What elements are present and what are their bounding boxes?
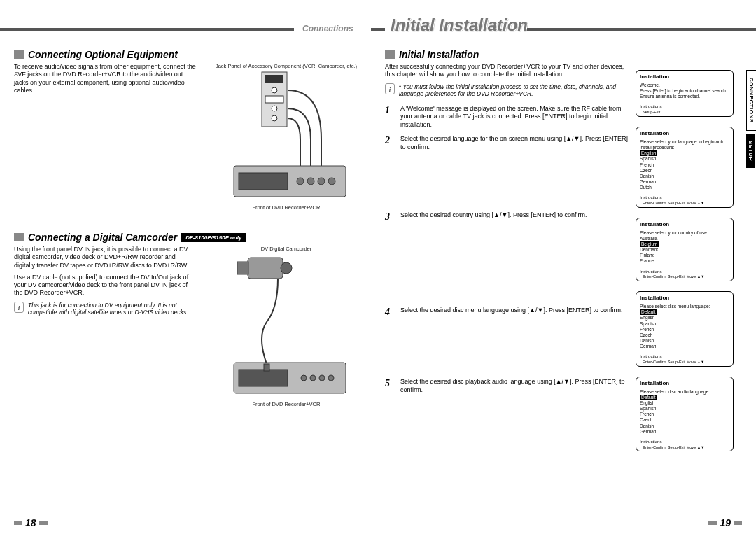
- dialog-option: French: [640, 327, 729, 332]
- svg-rect-12: [248, 258, 283, 279]
- svg-rect-17: [264, 364, 270, 371]
- dialog-option: Spanish: [640, 156, 729, 162]
- camcorder-diagram: [223, 252, 349, 399]
- dialog-instructions-label: Instructions: [640, 437, 729, 444]
- header-section-label: Connections: [302, 24, 354, 34]
- dialog-option: Czech: [640, 417, 729, 423]
- body-text: Using the front panel DV IN jack, it is …: [14, 246, 196, 269]
- step: 4Select the desired disc menu language u…: [385, 307, 630, 318]
- installation-dialog: InstallationWelcome.Press [Enter] to beg…: [636, 70, 734, 117]
- svg-point-11: [328, 178, 335, 185]
- dialog-prompt: Please select your language to begin aut…: [640, 139, 729, 150]
- dialog-option: French: [640, 162, 729, 168]
- dialog-footer: Enter-Confirm Setup-Exit Move ▲▼: [640, 445, 729, 450]
- dialog-title: Installation: [640, 380, 729, 387]
- installation-dialog: InstallationPlease select disc menu lang…: [636, 291, 734, 367]
- section-initial-installation: Initial Installation: [385, 49, 630, 60]
- svg-point-9: [307, 178, 314, 185]
- dialog-prompt: Please select disc audio language:: [640, 389, 729, 395]
- tab-setup: SETUP: [746, 134, 755, 168]
- dialog-title: Installation: [640, 73, 729, 80]
- info-icon: i: [14, 302, 24, 313]
- header-page-title: Initial Installation: [391, 15, 528, 35]
- step: 5Select the desired disc playback audio …: [385, 378, 630, 394]
- figure-caption: DV Digital Camcorder: [202, 246, 371, 252]
- info-text: • You must follow the initial installati…: [399, 83, 630, 98]
- dialog-instructions-label: Instructions: [640, 267, 729, 274]
- dialog-line: Press [Enter] to begin auto channel sear…: [640, 88, 729, 94]
- dialog-option: German: [640, 179, 729, 185]
- dialog-title: Installation: [640, 295, 729, 302]
- section-bar: [385, 50, 395, 59]
- dialog-option: Czech: [640, 168, 729, 174]
- section-bar: [14, 233, 24, 241]
- dialog-prompt: Please select disc menu language:: [640, 304, 729, 309]
- step-text: Select the desired language for the on-s…: [400, 135, 630, 151]
- svg-rect-16: [239, 370, 288, 386]
- info-icon: i: [385, 83, 395, 94]
- dialog-title: Installation: [640, 221, 729, 228]
- page-number-left: 18: [14, 517, 48, 528]
- intro-text: After successfully connecting your DVD R…: [385, 63, 630, 79]
- dialog-option: Spanish: [640, 321, 729, 327]
- info-note: i This jack is for connection to DV equi…: [14, 302, 196, 316]
- step: 1A 'Welcome' message is displayed on the…: [385, 105, 630, 129]
- svg-point-8: [297, 178, 304, 185]
- info-note: i • You must follow the initial installa…: [385, 83, 630, 98]
- section-optional-equipment: Connecting Optional Equipment: [14, 49, 371, 60]
- svg-point-19: [310, 375, 316, 381]
- svg-point-5: [272, 115, 277, 121]
- dialog-option: Danish: [640, 338, 729, 344]
- dialog-footer: Enter-Confirm Setup-Exit Move ▲▼: [640, 201, 729, 206]
- dialog-option: Finland: [640, 253, 729, 258]
- section-digital-camcorder: Connecting a Digital Camcorder DF-8100P/…: [14, 232, 371, 243]
- dialog-prompt: Please select your country of use:: [640, 230, 729, 236]
- dialog-option: Dutch: [640, 185, 729, 190]
- info-text: This jack is for connection to DV equipm…: [28, 302, 196, 316]
- dialog-instructions-label: Instructions: [640, 102, 729, 109]
- dialog-option-selected: Default: [640, 395, 729, 400]
- svg-point-18: [301, 375, 307, 381]
- section-bar: [14, 50, 24, 59]
- figure-caption: Front of DVD Recorder+VCR: [202, 401, 371, 407]
- dialog-footer: Setup-Exit: [640, 110, 729, 115]
- dialog-option: German: [640, 344, 729, 349]
- jack-panel-diagram: [223, 69, 349, 202]
- section-title-text: Connecting Optional Equipment: [28, 49, 178, 60]
- dialog-line: Ensure antenna is connected.: [640, 94, 729, 99]
- step-text: A 'Welcome' message is displayed on the …: [400, 105, 630, 129]
- svg-point-20: [319, 375, 325, 381]
- figure-caption: Front of DVD Recorder+VCR: [202, 204, 371, 211]
- svg-point-10: [318, 178, 325, 185]
- top-rule: [0, 28, 756, 31]
- section-title-text: Connecting a Digital Camcorder: [28, 232, 177, 243]
- dialog-option: France: [640, 258, 729, 264]
- figure-camcorder: DV Digital Camcorder Front of DVD Record…: [202, 246, 371, 407]
- dialog-option: Danish: [640, 423, 729, 429]
- dialog-option: Australia: [640, 236, 729, 241]
- left-page: Connecting Optional Equipment To receive…: [14, 49, 371, 407]
- svg-point-2: [272, 87, 277, 93]
- installation-dialog: InstallationPlease select your country o…: [636, 218, 734, 281]
- dialog-option: Czech: [640, 332, 729, 338]
- dialog-option: Denmark: [640, 247, 729, 253]
- step-text: Select the desired disc menu language us…: [400, 307, 622, 318]
- body-text: To receive audio/video signals from othe…: [14, 63, 196, 94]
- step-number: 5: [385, 378, 395, 394]
- dialog-option: German: [640, 429, 729, 435]
- svg-rect-1: [265, 75, 284, 83]
- step: 3Select the desired country using [▲/▼].…: [385, 211, 630, 223]
- step-number: 1: [385, 105, 395, 129]
- page-number-right: 19: [708, 517, 742, 528]
- step-text: Select the desired country using [▲/▼]. …: [400, 211, 587, 223]
- svg-point-21: [328, 375, 334, 381]
- svg-rect-13: [237, 262, 248, 274]
- step: 2Select the desired language for the on-…: [385, 135, 630, 151]
- model-badge: DF-8100P/8150P only: [181, 233, 246, 242]
- dialog-line: Welcome.: [640, 83, 729, 88]
- installation-dialog: InstallationPlease select disc audio lan…: [636, 377, 734, 452]
- ui-screens-column: InstallationWelcome.Press [Enter] to beg…: [636, 70, 741, 461]
- section-title-text: Initial Installation: [399, 49, 479, 60]
- dialog-option: Danish: [640, 174, 729, 179]
- svg-point-14: [281, 262, 292, 274]
